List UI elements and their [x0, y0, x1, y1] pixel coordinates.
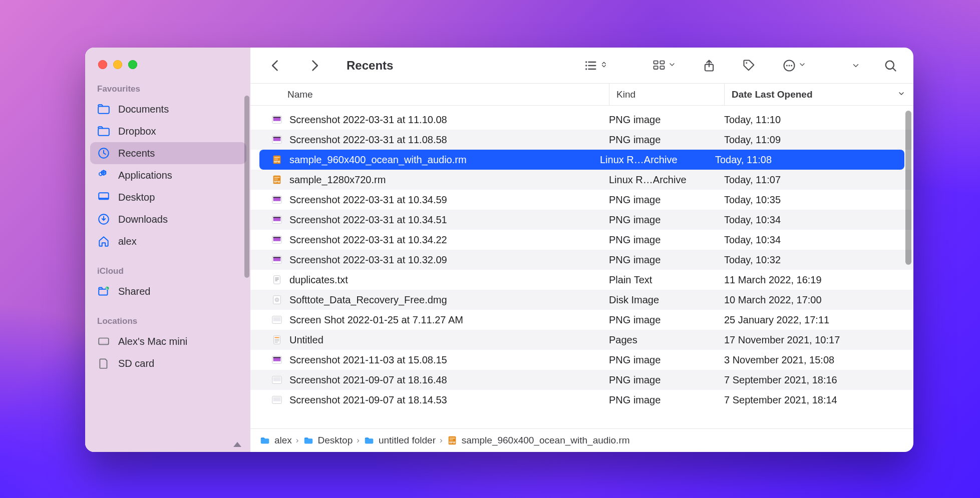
sidebar-item-downloads[interactable]: Downloads — [90, 208, 246, 230]
file-row[interactable]: Screenshot 2022-03-31 at 10.34.22PNG ima… — [250, 230, 913, 250]
sidebar-item-shared[interactable]: Shared — [90, 280, 246, 302]
file-row[interactable]: sample_1280x720.rmLinux R…ArchiveToday, … — [250, 170, 913, 190]
file-icon — [271, 134, 282, 145]
file-list-scrollbar[interactable] — [905, 111, 911, 265]
sidebar-item-label: Applications — [118, 170, 172, 181]
file-icon — [271, 354, 282, 365]
forward-button[interactable] — [302, 56, 326, 76]
toolbar-overflow-button[interactable] — [846, 58, 865, 73]
more-actions-button[interactable] — [777, 56, 811, 76]
folder-icon — [303, 435, 314, 446]
sidebar-item-alex[interactable]: alex — [90, 230, 246, 252]
file-date: Today, 11:10 — [724, 114, 913, 126]
file-name: duplicates.txt — [289, 274, 348, 286]
desktop-icon — [97, 191, 110, 204]
file-kind: PNG image — [609, 114, 724, 126]
file-icon — [271, 114, 282, 125]
file-name: Screenshot 2021-09-07 at 18.14.53 — [289, 394, 447, 406]
file-row[interactable]: Screenshot 2021-09-07 at 18.14.53PNG ima… — [250, 390, 913, 410]
sidebar-item-label: SD card — [118, 358, 154, 369]
path-segment[interactable]: sample_960x400_ocean_with_audio.rm — [462, 435, 630, 446]
apps-icon — [97, 169, 110, 182]
tags-button[interactable] — [737, 56, 761, 76]
sidebar-item-label: Desktop — [118, 192, 155, 203]
file-date: 7 September 2021, 18:16 — [724, 374, 913, 386]
sidebar-item-label: Downloads — [118, 214, 168, 225]
file-name: Screenshot 2022-03-31 at 11.10.08 — [289, 114, 447, 126]
sidebar-section-label: Favourites — [90, 81, 246, 98]
column-header-name[interactable]: Name — [250, 89, 609, 100]
file-icon — [271, 394, 282, 405]
file-icon — [271, 174, 282, 185]
file-kind: PNG image — [609, 354, 724, 366]
file-name: Untitled — [289, 334, 323, 346]
column-header-kind[interactable]: Kind — [609, 84, 724, 105]
sidebar-section-label: iCloud — [90, 263, 246, 280]
file-kind: Pages — [609, 334, 724, 346]
file-kind: PNG image — [609, 134, 724, 146]
column-header-date[interactable]: Date Last Opened — [724, 84, 913, 105]
file-date: 3 November 2021, 15:08 — [724, 354, 913, 366]
file-date: Today, 10:32 — [724, 254, 913, 266]
file-row[interactable]: Screenshot 2022-03-31 at 10.34.59PNG ima… — [250, 190, 913, 210]
folder-icon — [259, 435, 270, 446]
sidebar-item-desktop[interactable]: Desktop — [90, 186, 246, 208]
file-name: Screenshot 2022-03-31 at 10.34.59 — [289, 194, 447, 206]
file-icon — [271, 214, 282, 225]
sidebar-item-label: Shared — [118, 286, 151, 297]
up-down-icon — [600, 61, 608, 71]
sidebar-section-label: Locations — [90, 313, 246, 330]
file-name: sample_960x400_ocean_with_audio.rm — [289, 154, 467, 166]
sidebar-item-label: Documents — [118, 104, 169, 115]
sidebar-item-sd-card[interactable]: SD card — [90, 352, 246, 374]
path-separator-icon: › — [440, 435, 443, 445]
file-row[interactable]: UntitledPages17 November 2021, 10:17 — [250, 330, 913, 350]
sidebar-item-applications[interactable]: Applications — [90, 164, 246, 186]
minimize-window-button[interactable] — [113, 60, 122, 69]
toolbar: Recents — [250, 48, 913, 84]
clock-icon — [97, 147, 110, 160]
file-name: sample_1280x720.rm — [289, 174, 386, 186]
file-icon — [271, 234, 282, 245]
sidebar-item-alex-s-mac-mini[interactable]: Alex's Mac mini — [90, 330, 246, 352]
file-kind: PNG image — [609, 194, 724, 206]
file-row[interactable]: Screenshot 2022-03-31 at 10.34.51PNG ima… — [250, 210, 913, 230]
search-button[interactable] — [878, 56, 902, 76]
share-button[interactable] — [697, 56, 721, 76]
sidebar-item-label: Alex's Mac mini — [118, 336, 187, 347]
file-row[interactable]: Screenshot 2021-11-03 at 15.08.15PNG ima… — [250, 350, 913, 370]
file-row[interactable]: Screenshot 2021-09-07 at 18.16.48PNG ima… — [250, 370, 913, 390]
file-icon — [271, 274, 282, 285]
file-date: Today, 10:34 — [724, 214, 913, 226]
view-list-button[interactable] — [579, 56, 613, 76]
sort-indicator-icon — [897, 89, 905, 100]
file-row[interactable]: Screen Shot 2022-01-25 at 7.11.27 AMPNG … — [250, 310, 913, 330]
path-segment[interactable]: alex — [274, 435, 292, 446]
back-button[interactable] — [263, 56, 287, 76]
file-row[interactable]: Screenshot 2022-03-31 at 11.08.58PNG ima… — [250, 130, 913, 150]
column-headers: Name Kind Date Last Opened — [250, 84, 913, 106]
file-row[interactable]: Screenshot 2022-03-31 at 11.10.08PNG ima… — [250, 110, 913, 130]
file-row[interactable]: Screenshot 2022-03-31 at 10.32.09PNG ima… — [250, 250, 913, 270]
sidebar-item-documents[interactable]: Documents — [90, 98, 246, 120]
file-kind: Linux R…Archive — [609, 174, 724, 186]
fullscreen-window-button[interactable] — [128, 60, 137, 69]
sidebar-item-recents[interactable]: Recents — [90, 142, 246, 164]
group-by-button[interactable] — [647, 56, 681, 76]
sidebar-item-label: alex — [118, 236, 137, 247]
file-icon — [271, 374, 282, 385]
file-kind: PNG image — [609, 374, 724, 386]
file-name: Screenshot 2022-03-31 at 10.32.09 — [289, 254, 447, 266]
sidebar-scrollbar[interactable] — [244, 96, 249, 278]
sidebar-item-dropbox[interactable]: Dropbox — [90, 120, 246, 142]
file-row[interactable]: Softtote_Data_Recovery_Free.dmgDisk Imag… — [250, 290, 913, 310]
file-row[interactable]: duplicates.txtPlain Text11 March 2022, 1… — [250, 270, 913, 290]
file-row[interactable]: sample_960x400_ocean_with_audio.rmLinux … — [259, 150, 904, 170]
path-segment[interactable]: untitled folder — [379, 435, 436, 446]
chevron-down-icon — [798, 61, 806, 71]
close-window-button[interactable] — [98, 60, 107, 69]
path-separator-icon: › — [296, 435, 299, 445]
file-date: 25 January 2022, 17:11 — [724, 314, 913, 326]
file-icon — [271, 334, 282, 345]
path-segment[interactable]: Desktop — [318, 435, 353, 446]
